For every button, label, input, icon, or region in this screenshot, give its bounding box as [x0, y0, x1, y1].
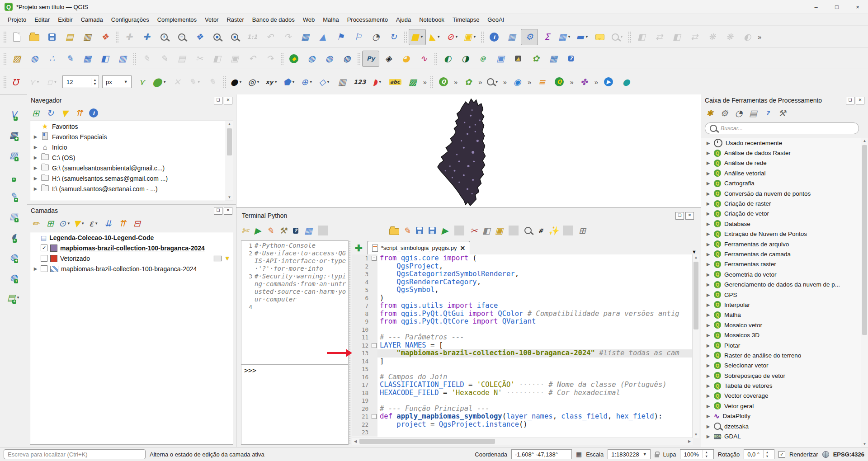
expand-arrow-icon[interactable]: ▶ [706, 151, 711, 155]
overflow-chevron-7[interactable]: » [593, 78, 599, 86]
console-help-button[interactable]: ? [291, 226, 301, 235]
add-postgis-button[interactable]: ◖ [5, 228, 23, 245]
toggle-editing-button[interactable]: ✎ [138, 51, 155, 67]
add-wms-layer-button[interactable]: ◍ [26, 51, 43, 67]
pie-chart-plugin-button[interactable]: ◕ [397, 51, 415, 67]
expand-arrow-icon[interactable]: ▶ [706, 312, 711, 317]
toolbox-item-dataplotly[interactable]: ▶∿DataPlotly [701, 411, 861, 421]
plugin-leaves[interactable]: ✿ [527, 51, 544, 67]
new-spatial-bookmark-button[interactable]: ⚑ [332, 29, 349, 45]
plugin-list-orange-button[interactable]: ≡ [533, 74, 550, 90]
expand-arrow-icon[interactable]: ▶ [706, 393, 711, 398]
console-editor-splitter[interactable] [349, 240, 351, 445]
qgis-hub-button[interactable]: Q [551, 74, 568, 90]
pan-map-button[interactable]: ✚ [120, 29, 137, 45]
layout-tool-2[interactable]: ⇄ [651, 29, 668, 45]
layer-row[interactable]: ▶mapbiomas-brazil-collection-100-braganc… [30, 263, 233, 274]
expand-arrow-icon[interactable]: ▶ [706, 160, 711, 165]
toolbox-item-raster-de-an-lise-do-terreno[interactable]: ▶QRaster de análise do terreno [701, 350, 861, 360]
add-raster-layer-button[interactable]: ▦ [5, 127, 23, 143]
toolbox-item-plotar[interactable]: ▶QPlotar [701, 340, 861, 350]
filter-expression-button[interactable]: ε▼ [89, 218, 99, 228]
add-vector-tile-layer-button[interactable]: ◧ [96, 51, 113, 67]
lock-scale-icon[interactable] [655, 454, 659, 457]
menu-malha[interactable]: Malha [319, 15, 343, 24]
fold-marker-icon[interactable]: − [372, 414, 377, 419]
snapping-magnet-button[interactable]: Ω [8, 74, 25, 90]
add-mesh-layer-button[interactable]: ▨ [5, 147, 23, 163]
expand-arrow-icon[interactable]: ▶ [706, 242, 711, 247]
menu-complementos[interactable]: Complementos [153, 15, 201, 24]
browser-item-favoritos[interactable]: ★Favoritos [30, 121, 233, 132]
profile-tool-button[interactable]: ∿ [415, 51, 432, 67]
toolbox-item-tabela-de-vetores[interactable]: ▶QTabela de vetores [701, 381, 861, 390]
snapping-clear-button[interactable]: ✕ [169, 74, 186, 90]
expand-arrow-icon[interactable]: ▶ [33, 186, 38, 191]
symbol-style-button[interactable]: ●▼ [228, 74, 245, 90]
save-project-button[interactable] [43, 29, 61, 45]
plugin-globe-2[interactable]: ◍ [321, 51, 338, 67]
snapping-mode-button[interactable]: ⋎▼ [26, 74, 43, 90]
overflow-chevron-6[interactable]: » [568, 78, 575, 86]
expand-arrow-icon[interactable]: ▶ [706, 333, 711, 338]
toolbox-item-interpolar[interactable]: ▶QInterpolar [701, 300, 861, 310]
open-script-button[interactable] [389, 226, 399, 235]
copy-features-button[interactable]: ◧ [208, 51, 226, 67]
layer-colors-button[interactable]: ▩ [404, 74, 421, 90]
clear-console-button[interactable]: ✄ [240, 226, 250, 235]
toolbox-item-mosaicos-3d[interactable]: ▶QMosaicos 3D [701, 330, 861, 340]
menu-timelapse[interactable]: Timelapse [448, 15, 483, 24]
new-shapefile-button[interactable]: ✎ [5, 188, 23, 204]
collapse-all-button[interactable]: ⇈ [118, 218, 127, 228]
snapping-tolerance-spinner[interactable]: 12▲▼ [62, 75, 99, 88]
toolbox-models-button[interactable]: ✱ [705, 108, 715, 118]
toolbox-item-cria-o-de-vetor[interactable]: ▶QCriação de vetor [701, 209, 861, 219]
layout-tool-3[interactable]: ◧ [668, 29, 685, 45]
menu-camada[interactable]: Camada [77, 15, 107, 24]
toolbox-results-button[interactable]: ▤ [748, 108, 758, 118]
python-console-close-button[interactable]: ✕ [685, 212, 694, 220]
north-arrow-button[interactable]: ◈ [380, 51, 397, 67]
add-vector-layer-button[interactable]: V [5, 106, 23, 122]
expand-arrow-icon[interactable]: ▶ [706, 383, 711, 388]
style-manager-button[interactable]: ❖ [96, 29, 113, 45]
toolbox-item-vetor-geral[interactable]: ▶QVetor geral [701, 401, 861, 411]
vertex-tool-button[interactable]: ▤ [173, 51, 190, 67]
toolbar-handle[interactable] [223, 76, 226, 88]
extents-icon[interactable]: ▦ [576, 451, 582, 458]
toolbox-item-an-lise-vetorial[interactable]: ▶QAnálise vetorial [701, 168, 861, 178]
processing-search-plugin-button[interactable]: Q [435, 74, 452, 90]
toolbar-handle[interactable] [430, 76, 433, 88]
expand-arrow-icon[interactable]: ▶ [706, 323, 711, 328]
expand-arrow-icon[interactable]: ▶ [706, 211, 711, 216]
zoom-to-selection-button[interactable]: ■ [226, 29, 243, 45]
toolbox-float-button[interactable]: ❏ [846, 97, 854, 104]
browser-refresh-button[interactable]: ↻ [45, 108, 55, 118]
plugin-brazil-flag[interactable]: ◆ [285, 51, 302, 67]
toolbar-handle[interactable] [3, 31, 6, 43]
toolbox-item-geometria-do-vetor[interactable]: ▶QGeometria do vetor [701, 269, 861, 279]
expand-arrow-icon[interactable]: ▶ [706, 302, 711, 307]
advanced-digitize-2[interactable]: ✎ [204, 74, 221, 90]
plugin-green-circle-2[interactable]: ◑ [457, 51, 474, 67]
overflow-chevron-3[interactable]: » [477, 78, 483, 86]
expand-arrow-icon[interactable]: ▶ [706, 343, 711, 348]
menu-web[interactable]: Web [299, 15, 319, 24]
expand-arrow-icon[interactable]: ▶ [706, 292, 711, 297]
toolbox-item-selecionar-vetor[interactable]: ▶QSelecionar vetor [701, 361, 861, 371]
filter-legend-button[interactable]: ▼▼ [74, 218, 84, 228]
spinner-arrows[interactable]: ▲▼ [703, 450, 710, 458]
filter-icon[interactable]: ▼ [224, 255, 230, 262]
tab-list-button[interactable]: ▼ [692, 249, 699, 254]
expand-arrow-icon[interactable]: ▶ [33, 145, 38, 150]
processing-toolbox-button[interactable]: ⚙ [521, 29, 538, 45]
toolbox-item-sobreposi-o-de-vetor[interactable]: ▶QSobreposição de vetor [701, 371, 861, 381]
toolbox-item-ferramentas-de-arquivo[interactable]: ▶QFerramentas de arquivo [701, 239, 861, 249]
move-label-button[interactable]: xy▼ [263, 74, 280, 90]
node-tool-delete[interactable]: ◇▼ [316, 74, 333, 90]
browser-item-i-samuel-santos-sertanai-com[interactable]: ▶I:\ (samuel.santos@sertanai.com - ...) [30, 183, 233, 194]
label-123-button[interactable]: 123 [351, 74, 368, 90]
plugin-palette-button[interactable]: ✤ [576, 74, 593, 90]
expand-arrow-icon[interactable]: ▶ [706, 252, 711, 257]
menu-configurações[interactable]: Configurações [107, 15, 153, 24]
